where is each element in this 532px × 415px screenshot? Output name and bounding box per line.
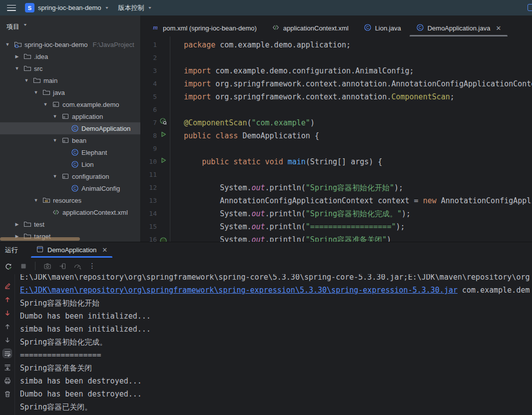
code-line-16: 16 System.out.println("Spring容器准备关闭") [141,233,532,242]
main-area: 项目 ▼ ▼spring-ioc-bean-demoF:\JavaProject… [0,15,532,242]
tree-item-demoapplication[interactable]: CDemoApplication [0,122,140,134]
tree-item-resources[interactable]: ▼resources [0,194,140,206]
editor-tab-applicationcontext-xml[interactable]: applicationContext.xml [264,19,356,36]
code-line-6: 6 [141,103,532,116]
soft-wrap-icon[interactable] [3,349,11,358]
svg-text:C: C [366,25,369,30]
arrow-down-icon[interactable] [3,336,11,344]
component-scan-gutter-icon[interactable] [159,116,167,129]
tree-item-application[interactable]: ▼application [0,110,140,122]
line-number: 3 [141,64,157,77]
rerun-icon[interactable] [3,261,13,271]
vcs-widget[interactable]: 版本控制 ▼ [118,3,152,12]
console-line: simba has been destroyed... [20,375,532,388]
class-icon: C [70,160,79,169]
console-line: simba has been initialized... [20,323,532,336]
tree-item-spring-ioc-bean-demo[interactable]: ▼spring-ioc-bean-demoF:\JavaProject [0,38,140,50]
arrow-down-red-icon[interactable] [3,309,11,317]
chevron-down-icon[interactable]: ▼ [51,174,58,179]
camera-icon[interactable] [42,261,52,271]
project-widget-label: spring-ioc-bean-demo [38,4,101,11]
scroll-end-icon[interactable] [3,363,11,371]
svg-text:m: m [153,23,157,31]
tree-item-elephant[interactable]: CElephant [0,146,140,158]
trash-icon[interactable] [3,390,11,398]
tree-item-applicationcontext-xml[interactable]: applicationContext.xml [0,206,140,218]
code-line-3: 3import com.example.demo.configuration.A… [141,64,532,77]
chevron-down-icon[interactable]: ▼ [42,102,49,107]
code-line-7: 7@ComponentScan("com.example") [141,116,532,129]
toolbar-separator [35,262,35,270]
code-line-9: 9 [141,142,532,155]
console-line: Spring容器已关闭。 [20,401,532,414]
tree-item-animalconfig[interactable]: CAnimalConfig [0,182,140,194]
tree-item--idea[interactable]: ▶.idea [0,50,140,62]
code-line-10: 10 public static void main(String[] args… [141,155,532,168]
tree-item-label: Lion [81,161,94,168]
tree-item-lion[interactable]: CLion [0,158,140,170]
code-line-5: 5import org.springframework.context.anno… [141,90,532,103]
more-options-icon[interactable]: ⋮ [87,261,97,271]
code-editor[interactable]: 1package com.example.demo.application;23… [141,36,532,242]
chevron-down-icon[interactable]: ▼ [4,42,11,47]
code-line-11: 11 [141,168,532,181]
chevron-down-icon[interactable]: ▼ [13,66,20,71]
tree-item-configuration[interactable]: ▼configuration [0,170,140,182]
spring-bean-gutter-icon[interactable] [159,233,167,242]
line-number: 16 [141,233,157,242]
tree-item-label: DemoApplication [81,125,130,132]
tree-item-bean[interactable]: ▼bean [0,134,140,146]
tree-item-com-example-demo[interactable]: ▼com.example.demo [0,98,140,110]
chevron-down-icon: ▼ [104,6,109,10]
editor-tab-lion-java[interactable]: CLion.java [356,19,409,36]
arrow-up-red-icon[interactable] [3,295,11,304]
chevron-down-icon[interactable]: ▼ [32,198,39,203]
console-output[interactable]: E:\JDK\maven\repository\org\springframew… [15,274,532,415]
run-tab-demoapplication[interactable]: DemoApplication ✕ [31,242,112,258]
arrow-up-icon[interactable] [3,322,11,331]
console-area: E:\JDK\maven\repository\org\springframew… [0,274,532,415]
gauge-icon[interactable] [72,261,82,271]
console-line: ================== [20,349,532,362]
chevron-right-icon[interactable]: ▶ [13,222,20,227]
project-widget[interactable]: S spring-ioc-bean-demo ▼ [25,3,109,12]
chevron-down-icon[interactable]: ▼ [51,114,58,119]
editor-tab-pom-xml-spring-ioc-bean-demo-[interactable]: mpom.xml (spring-ioc-bean-demo) [144,19,264,36]
console-line: Spring容器准备关闭 [20,362,532,375]
tree-item-test[interactable]: ▶test [0,218,140,230]
close-icon[interactable]: ✕ [102,246,107,254]
stop-icon[interactable] [18,261,28,271]
horizontal-scrollbar-thumb[interactable] [0,237,80,241]
chevron-down-icon[interactable]: ▼ [23,78,30,83]
printer-icon[interactable] [3,376,11,385]
chevron-down-icon[interactable]: ▼ [51,138,58,143]
xml-icon [272,23,280,33]
tree-item-main[interactable]: ▼main [0,74,140,86]
pencil-red-icon[interactable] [3,282,11,290]
editor-tab-demoapplication-java[interactable]: CDemoApplication.java✕ [409,19,509,36]
titlebar-clipped-icon [528,4,532,11]
tree-item-src[interactable]: ▼src [0,62,140,74]
project-logo: S [25,3,34,12]
code-line-14: 14 System.out.println("Spring容器初始化完成。"); [141,207,532,220]
attach-icon[interactable] [57,261,67,271]
tree-item-java[interactable]: ▼java [0,86,140,98]
line-number: 11 [141,168,157,181]
chevron-right-icon[interactable]: ▶ [13,54,20,59]
project-panel-header[interactable]: 项目 ▼ [0,15,140,38]
project-panel-title: 项目 [6,22,19,31]
tab-label: Lion.java [375,24,401,32]
main-menu-icon[interactable] [7,5,16,11]
classpath-link[interactable]: E:\JDK\maven\repository\org\springframew… [20,286,458,295]
run-window-icon [36,245,44,255]
run-gutter-icon[interactable] [159,155,167,168]
code-line-2: 2 [141,51,532,64]
project-tool-window: 项目 ▼ ▼spring-ioc-bean-demoF:\JavaProject… [0,15,141,242]
run-gutter-icon[interactable] [159,129,167,142]
console-line: E:\JDK\maven\repository\org\springframew… [20,284,532,297]
chevron-down-icon[interactable]: ▼ [32,90,39,95]
folder-icon [42,88,50,97]
tab-label: DemoApplication.java [428,24,491,32]
folder-icon [23,220,31,229]
close-icon[interactable]: ✕ [496,24,501,32]
